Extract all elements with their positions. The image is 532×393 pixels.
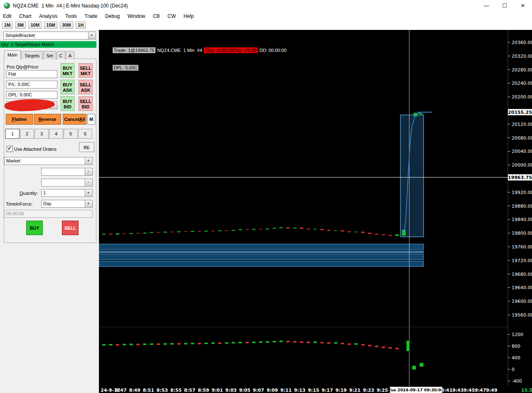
menu-tools[interactable]: Tools	[62, 12, 80, 19]
indicator-dash	[361, 344, 365, 346]
menu-help[interactable]: Help	[180, 12, 197, 19]
sell-button[interactable]: SELL	[62, 221, 79, 235]
qty-preset-3[interactable]: 3	[34, 129, 49, 139]
cancel-all-button[interactable]: CancelAll	[63, 114, 86, 125]
qty-preset-1[interactable]: 1	[5, 129, 20, 139]
indicator-dash	[382, 346, 385, 348]
maximize-icon[interactable]: ☐	[495, 0, 514, 12]
time-axis-label: 9:19	[335, 388, 347, 393]
reverse-button[interactable]: Reverse	[34, 114, 61, 125]
session-time-label: Tue 2024-09-17 09:30:00	[388, 388, 444, 392]
price-chart[interactable]: 20360.0020320.0020280.0020240.0020200.00…	[99, 30, 532, 393]
tab-main[interactable]: Main	[4, 50, 21, 59]
qty-preset-2[interactable]: 2	[20, 129, 34, 139]
param-select-1	[41, 168, 93, 176]
buy-bid-button[interactable]: BUY BID	[61, 96, 74, 111]
indicator-dash	[123, 344, 126, 346]
app-window: NQZ4.CME 1 Min #4 | E-Mini Nasdaq-100 (D…	[0, 0, 532, 393]
indicator-dash	[279, 341, 283, 342]
tif-select[interactable]: Day	[41, 200, 93, 208]
position-field[interactable]: Flat	[6, 70, 57, 78]
indicator-axis-label: 400	[512, 355, 520, 361]
buy-button[interactable]: BUY	[26, 221, 43, 235]
indicator-dash	[198, 343, 201, 344]
strategy-select[interactable]: SimpleBracket	[3, 32, 96, 39]
sell-mkt-button[interactable]: SELL MKT	[79, 63, 93, 78]
support-band	[99, 251, 424, 252]
indicator-dash	[341, 343, 344, 344]
m-button[interactable]: M	[87, 114, 95, 125]
menu-chart[interactable]: Chart	[16, 12, 34, 19]
indicator-dash	[157, 344, 160, 345]
menu-analysis[interactable]: Analysis	[36, 12, 61, 19]
tf-1m-button[interactable]: 1M	[2, 22, 12, 29]
tif-value: Day	[43, 201, 52, 206]
price-axis-label: 19680.00	[512, 272, 532, 277]
buy-ask-button[interactable]: BUY ASK	[61, 80, 74, 94]
tf-1h-button[interactable]: 1H	[76, 22, 86, 29]
price-highlight-label: 20155.25	[508, 110, 532, 115]
candle	[191, 231, 195, 232]
menu-trade[interactable]: Trade	[82, 12, 101, 19]
tf-10m-button[interactable]: 10M	[28, 22, 41, 29]
buy-mkt-button[interactable]: BUY MKT	[61, 63, 74, 78]
tab-set[interactable]: Set	[43, 51, 56, 59]
indicator-dash	[300, 341, 303, 343]
menu-cw[interactable]: CW	[165, 12, 179, 19]
sell-ask-button[interactable]: SELL ASK	[79, 80, 93, 94]
be-button[interactable]: BE	[79, 142, 94, 152]
chevron-down-icon[interactable]	[88, 32, 96, 39]
order-type-select[interactable]: Market	[4, 157, 93, 165]
indicator-dash	[109, 344, 112, 346]
qty-preset-5[interactable]: 5	[64, 129, 78, 139]
quantity-select[interactable]: 1	[41, 189, 93, 197]
tf-5m-button[interactable]: 5M	[15, 22, 26, 29]
candle	[197, 231, 201, 231]
menu-edit[interactable]: Edit	[0, 12, 15, 19]
candle	[116, 233, 119, 234]
menu-debug[interactable]: Debug	[102, 12, 123, 19]
chevron-down-icon[interactable]	[85, 200, 92, 207]
menu-window[interactable]: Window	[125, 12, 148, 19]
candle	[368, 233, 372, 233]
tab-c[interactable]: C	[57, 51, 65, 59]
chart-canvas[interactable]: 20360.0020320.0020280.0020240.0020200.00…	[99, 30, 532, 393]
tab-targets[interactable]: Targets	[21, 51, 43, 59]
dpl-field[interactable]: DPL: 0.00C	[6, 91, 57, 99]
tab-a[interactable]: A	[66, 51, 74, 59]
symbol-label: NQZ4.CME 1 Min #4	[156, 47, 203, 53]
close-icon[interactable]: ✕	[514, 0, 532, 12]
qty-preset-4[interactable]: 4	[49, 129, 63, 139]
price-axis-label: 20280.00	[512, 67, 532, 73]
candle	[286, 227, 290, 228]
support-band	[99, 261, 424, 266]
candle	[170, 232, 174, 232]
chevron-down-icon[interactable]	[85, 157, 92, 165]
time-axis-label: 8:59	[198, 388, 209, 393]
use-attached-orders-checkbox[interactable]	[7, 146, 13, 152]
flatten-button[interactable]: Flatten	[6, 114, 33, 125]
indicator-dash	[177, 343, 180, 345]
candle	[347, 231, 351, 232]
candle	[375, 234, 379, 235]
pl-field[interactable]: P/L: 0.00C	[6, 81, 57, 88]
price-axis-label: 19640.00	[512, 285, 532, 290]
sell-bid-button[interactable]: SELL BID	[79, 96, 93, 111]
indicator-dash	[150, 344, 153, 345]
menu-cb[interactable]: CB	[150, 12, 163, 19]
candle	[300, 228, 303, 228]
qty-preset-6[interactable]: 6	[78, 129, 92, 139]
tf-15m-button[interactable]: 15M	[44, 22, 57, 29]
indicator-axis-label: 0	[512, 367, 515, 372]
time-axis-label: 9:47	[475, 388, 486, 393]
price-axis-label: 20360.00	[512, 40, 532, 45]
trade-zone-box	[400, 115, 424, 237]
candle	[129, 233, 133, 234]
chevron-down-icon[interactable]	[85, 189, 92, 196]
tf-30m-button[interactable]: 30M	[60, 22, 73, 29]
minimize-icon[interactable]: —	[477, 0, 495, 12]
candle	[136, 233, 140, 233]
indicator-dash	[204, 343, 208, 344]
candle	[211, 231, 215, 231]
time-axis-label: 9:15	[308, 388, 319, 393]
